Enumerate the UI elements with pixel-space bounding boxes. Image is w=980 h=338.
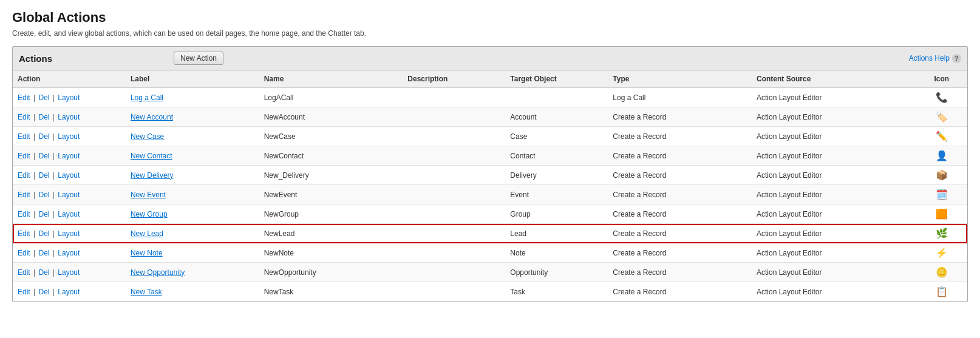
icon-cell: ✏️: [916, 127, 967, 146]
table-row: Edit | Del | LayoutLog a CallLogACallLog…: [13, 88, 967, 107]
label-link[interactable]: New Case: [131, 132, 164, 141]
table-row: Edit | Del | LayoutNew CaseNewCaseCaseCr…: [13, 127, 967, 146]
action-del-link[interactable]: Del: [38, 249, 49, 257]
action-layout-link[interactable]: Layout: [58, 229, 80, 238]
type-cell: Create a Record: [608, 224, 752, 243]
col-header-description: Description: [403, 70, 505, 88]
action-separator: |: [51, 113, 57, 121]
name-cell: LogACall: [259, 88, 403, 107]
action-edit-link[interactable]: Edit: [18, 132, 30, 141]
actions-help-link[interactable]: Actions Help ?: [909, 54, 961, 63]
actions-header: Actions New Action Actions Help ?: [13, 47, 967, 70]
col-header-action: Action: [13, 70, 126, 88]
content-source-cell: Action Layout Editor: [752, 146, 916, 166]
table-body: Edit | Del | LayoutLog a CallLogACallLog…: [13, 88, 967, 302]
name-cell: NewOpportunity: [259, 263, 403, 282]
table-row: Edit | Del | LayoutNew OpportunityNewOpp…: [13, 263, 967, 282]
action-cell: Edit | Del | Layout: [13, 204, 126, 224]
label-link[interactable]: New Delivery: [131, 171, 174, 180]
col-header-target-object: Target Object: [505, 70, 608, 88]
action-edit-link[interactable]: Edit: [18, 191, 30, 199]
action-cell: Edit | Del | Layout: [13, 282, 126, 302]
action-layout-link[interactable]: Layout: [58, 113, 80, 121]
action-edit-link[interactable]: Edit: [18, 171, 30, 180]
icon-cell: 🪙: [916, 263, 967, 282]
label-link[interactable]: New Task: [131, 288, 162, 296]
label-cell: New Event: [126, 185, 259, 204]
action-del-link[interactable]: Del: [38, 93, 49, 102]
action-del-link[interactable]: Del: [38, 288, 49, 296]
icon-cell: 📦: [916, 166, 967, 185]
actions-help-label: Actions Help: [909, 54, 950, 63]
action-separator: |: [51, 268, 57, 277]
action-cell: Edit | Del | Layout: [13, 185, 126, 204]
label-link[interactable]: New Event: [131, 191, 166, 199]
action-del-link[interactable]: Del: [38, 171, 49, 180]
type-cell: Log a Call: [608, 88, 752, 107]
new-action-button[interactable]: New Action: [174, 52, 223, 65]
target-object-cell: Note: [505, 243, 608, 263]
action-cell: Edit | Del | Layout: [13, 127, 126, 146]
action-separator: |: [32, 132, 38, 141]
target-object-cell: Contact: [505, 146, 608, 166]
action-edit-link[interactable]: Edit: [18, 113, 30, 121]
table-row: Edit | Del | LayoutNew NoteNewNoteNoteCr…: [13, 243, 967, 263]
type-cell: Create a Record: [608, 146, 752, 166]
content-source-cell: Action Layout Editor: [752, 204, 916, 224]
action-edit-link[interactable]: Edit: [18, 210, 30, 218]
action-layout-link[interactable]: Layout: [58, 191, 80, 199]
label-cell: New Case: [126, 127, 259, 146]
name-cell: NewAccount: [259, 107, 403, 127]
description-cell: [403, 166, 505, 185]
action-edit-link[interactable]: Edit: [18, 93, 30, 102]
description-cell: [403, 127, 505, 146]
type-cell: Create a Record: [608, 204, 752, 224]
action-del-link[interactable]: Del: [38, 268, 49, 277]
action-del-link[interactable]: Del: [38, 191, 49, 199]
name-cell: NewGroup: [259, 204, 403, 224]
icon-cell: 📋: [916, 282, 967, 302]
action-edit-link[interactable]: Edit: [18, 229, 30, 238]
action-separator: |: [32, 113, 38, 121]
col-header-name: Name: [259, 70, 403, 88]
action-separator: |: [51, 288, 57, 296]
description-cell: [403, 243, 505, 263]
action-edit-link[interactable]: Edit: [18, 268, 30, 277]
action-layout-link[interactable]: Layout: [58, 171, 80, 180]
label-link[interactable]: New Group: [131, 210, 168, 218]
label-link[interactable]: New Contact: [131, 152, 172, 160]
action-separator: |: [32, 171, 38, 180]
action-del-link[interactable]: Del: [38, 132, 49, 141]
description-cell: [403, 185, 505, 204]
action-layout-link[interactable]: Layout: [58, 93, 80, 102]
action-edit-link[interactable]: Edit: [18, 249, 30, 257]
action-layout-link[interactable]: Layout: [58, 152, 80, 160]
action-layout-link[interactable]: Layout: [58, 288, 80, 296]
action-layout-link[interactable]: Layout: [58, 268, 80, 277]
content-source-cell: Action Layout Editor: [752, 88, 916, 107]
action-edit-link[interactable]: Edit: [18, 288, 30, 296]
label-link[interactable]: New Lead: [131, 229, 163, 238]
label-link[interactable]: New Note: [131, 249, 163, 257]
content-source-cell: Action Layout Editor: [752, 243, 916, 263]
label-link[interactable]: New Opportunity: [131, 268, 185, 277]
action-del-link[interactable]: Del: [38, 229, 49, 238]
action-del-link[interactable]: Del: [38, 152, 49, 160]
action-del-link[interactable]: Del: [38, 210, 49, 218]
action-cell: Edit | Del | Layout: [13, 243, 126, 263]
table-row: Edit | Del | LayoutNew LeadNewLeadLeadCr…: [13, 224, 967, 243]
label-link[interactable]: New Account: [131, 113, 173, 121]
action-layout-link[interactable]: Layout: [58, 249, 80, 257]
action-separator: |: [32, 268, 38, 277]
action-edit-link[interactable]: Edit: [18, 152, 30, 160]
action-separator: |: [51, 132, 57, 141]
type-cell: Create a Record: [608, 185, 752, 204]
content-source-cell: Action Layout Editor: [752, 263, 916, 282]
icon-cell: ⚡: [916, 243, 967, 263]
action-separator: |: [51, 191, 57, 199]
target-object-cell: Opportunity: [505, 263, 608, 282]
action-layout-link[interactable]: Layout: [58, 132, 80, 141]
label-link[interactable]: Log a Call: [131, 93, 163, 102]
action-layout-link[interactable]: Layout: [58, 210, 80, 218]
action-del-link[interactable]: Del: [38, 113, 49, 121]
